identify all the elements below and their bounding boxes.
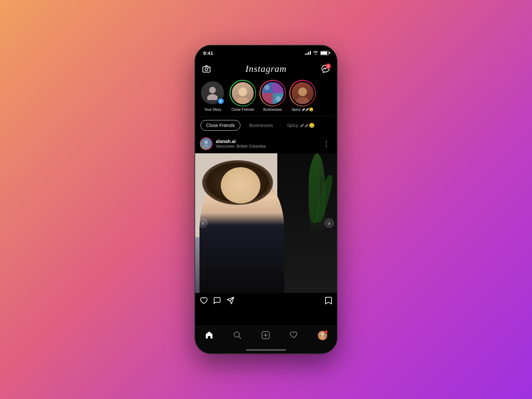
status-bar: 9:41 [195, 46, 337, 60]
filter-tab-close-friends[interactable]: Close Friends [200, 120, 240, 131]
share-button[interactable] [226, 297, 234, 305]
nav-activity[interactable] [286, 330, 302, 340]
post-avatar[interactable] [200, 137, 212, 150]
svg-point-4 [207, 94, 218, 100]
post: alanah.ai Vancouver, British Columbia ⋮ [195, 134, 337, 308]
story-item-businesses[interactable]: Businesses [260, 81, 285, 112]
battery-icon [320, 51, 329, 55]
story-label-close-friends: Close Friends [231, 107, 254, 111]
svg-point-2 [208, 67, 209, 68]
spicy-avatar-wrapper [290, 81, 315, 105]
post-user-info: alanah.ai Vancouver, British Columbia [216, 139, 317, 149]
comment-button[interactable] [213, 297, 221, 305]
post-nav-right[interactable]: › [324, 218, 334, 228]
story-label-spicy: Spicy 🌶🌶🤤 [292, 107, 314, 112]
svg-point-13 [298, 87, 307, 96]
post-actions [195, 293, 337, 308]
wifi-icon [313, 51, 318, 55]
svg-rect-9 [262, 93, 273, 104]
close-friends-avatar-wrapper [230, 81, 255, 105]
status-time: 9:41 [203, 50, 213, 56]
story-item-your-story[interactable]: + Your Story [200, 81, 225, 112]
businesses-avatar-wrapper [260, 81, 285, 105]
svg-point-19 [321, 332, 324, 336]
signal-icon [305, 51, 311, 55]
post-username[interactable]: alanah.ai [216, 139, 317, 144]
bookmark-button[interactable] [325, 296, 332, 305]
post-more-button[interactable]: ⋮ [320, 138, 332, 149]
phone-frame: 9:41 [195, 45, 337, 354]
svg-point-16 [203, 144, 209, 148]
svg-point-14 [296, 97, 309, 104]
filter-tabs: Close Friends Businesses Spicy 🌶🌶🤤 [195, 117, 337, 134]
svg-point-20 [320, 336, 326, 339]
story-item-spicy[interactable]: Spicy 🌶🌶🤤 [290, 81, 315, 112]
post-location: Vancouver, British Columbia [216, 144, 317, 149]
svg-point-15 [204, 140, 208, 144]
messenger-badge: 2 [326, 64, 331, 69]
camera-icon [202, 65, 211, 72]
stories-row: + Your Story Close Fr [195, 77, 337, 116]
story-label-your-story: Your Story [204, 107, 221, 111]
search-icon [233, 331, 242, 339]
svg-point-1 [205, 68, 208, 71]
activity-heart-icon [290, 331, 298, 339]
svg-point-11 [264, 85, 270, 90]
story-label-businesses: Businesses [263, 107, 282, 111]
story-item-close-friends[interactable]: Close Friends [230, 81, 255, 112]
filter-tab-businesses[interactable]: Businesses [244, 120, 278, 130]
svg-rect-8 [273, 82, 284, 93]
nav-search[interactable] [229, 330, 246, 341]
nav-create[interactable] [257, 330, 274, 341]
instagram-logo: Instagram [245, 64, 287, 74]
nav-profile[interactable] [314, 330, 331, 341]
home-indicator [246, 349, 286, 351]
profile-avatar [318, 331, 327, 340]
create-icon [261, 331, 270, 339]
like-button[interactable] [200, 297, 208, 304]
status-icons [305, 51, 329, 55]
your-story-avatar-wrapper: + [200, 81, 225, 105]
svg-point-6 [236, 97, 249, 104]
post-header: alanah.ai Vancouver, British Columbia ⋮ [195, 134, 337, 153]
nav-home[interactable] [201, 330, 217, 341]
your-story-plus-badge: + [217, 97, 224, 105]
filter-tab-spicy[interactable]: Spicy 🌶🌶🤤 [282, 120, 320, 130]
app-header: Instagram 2 [195, 60, 337, 77]
svg-point-5 [238, 87, 247, 96]
svg-point-12 [276, 96, 281, 101]
profile-notification-badge [325, 330, 328, 333]
camera-button[interactable] [200, 63, 212, 75]
home-icon [205, 331, 213, 339]
svg-point-3 [209, 87, 216, 93]
messenger-button[interactable]: 2 [320, 63, 332, 75]
post-image: ‹ › [195, 153, 337, 293]
post-nav-left[interactable]: ‹ [198, 218, 208, 228]
